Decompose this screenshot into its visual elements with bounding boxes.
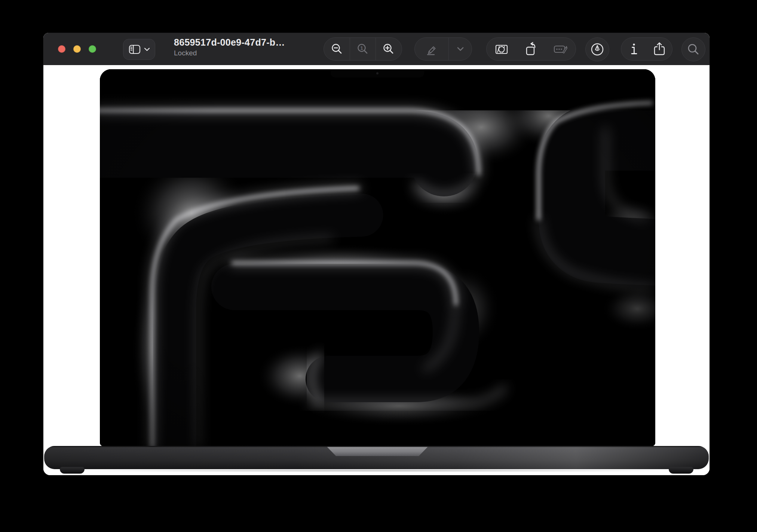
lid-lift-notch: [327, 447, 428, 456]
chevron-down-icon: [144, 47, 150, 52]
magnifier-plus-icon: [382, 42, 395, 56]
markup-pen-button[interactable]: [415, 38, 448, 60]
zoom-button-group: 1: [324, 37, 402, 61]
window-title: 8659517d-00e9-47d7-b…: [174, 37, 297, 48]
close-button[interactable]: [58, 45, 65, 53]
sidebar-icon: [128, 43, 141, 56]
annotate-button[interactable]: [585, 37, 609, 61]
zoom-in-button[interactable]: [376, 38, 402, 60]
svg-text:1: 1: [360, 45, 363, 51]
magnifier-minus-icon: [330, 42, 344, 56]
camera-notch: [331, 69, 424, 77]
rotate-left-button[interactable]: [516, 38, 546, 60]
info-share-group: [621, 37, 672, 61]
tools-button-group: [486, 37, 576, 61]
minimize-button[interactable]: [73, 45, 81, 53]
info-icon: [628, 42, 640, 56]
pen-nib-circle-icon: [590, 42, 605, 57]
info-button[interactable]: [621, 38, 647, 60]
fullscreen-button[interactable]: [89, 45, 96, 53]
actual-size-button[interactable]: 1: [350, 38, 376, 60]
macbook-base: [44, 446, 709, 469]
title-block: 8659517d-00e9-47d7-b… Locked: [174, 37, 297, 57]
rotate-counterclockwise-icon: [524, 42, 538, 56]
zoom-out-button[interactable]: [324, 38, 350, 60]
camera-dot: [376, 72, 378, 74]
base-shadow: [55, 469, 698, 472]
markup-toolbar-button[interactable]: [546, 38, 576, 60]
sidebar-toggle-button[interactable]: [123, 39, 155, 60]
pencil-underline-icon: [425, 42, 439, 56]
hinge-line: [44, 446, 709, 447]
document-canvas: [43, 65, 710, 475]
space-black-wallpaper: [100, 69, 655, 446]
search-icon: [686, 42, 701, 56]
window-subtitle: Locked: [174, 49, 297, 57]
selection-button[interactable]: [487, 38, 516, 60]
markup-pen-dropdown-button[interactable]: [449, 38, 472, 60]
markup-toolbar-icon: [553, 42, 568, 56]
share-button[interactable]: [647, 38, 672, 60]
magnifier-actual-size-icon: 1: [356, 42, 370, 56]
search-button[interactable]: [681, 37, 705, 61]
selection-rect-icon: [494, 42, 509, 56]
markup-pen-group: [414, 37, 472, 61]
chevron-down-icon: [456, 46, 465, 52]
preview-window: 8659517d-00e9-47d7-b… Locked 1: [43, 33, 710, 475]
share-icon: [652, 42, 666, 56]
window-controls: [58, 45, 96, 53]
macbook-screen: [100, 69, 655, 446]
window-titlebar[interactable]: 8659517d-00e9-47d7-b… Locked 1: [43, 33, 710, 65]
